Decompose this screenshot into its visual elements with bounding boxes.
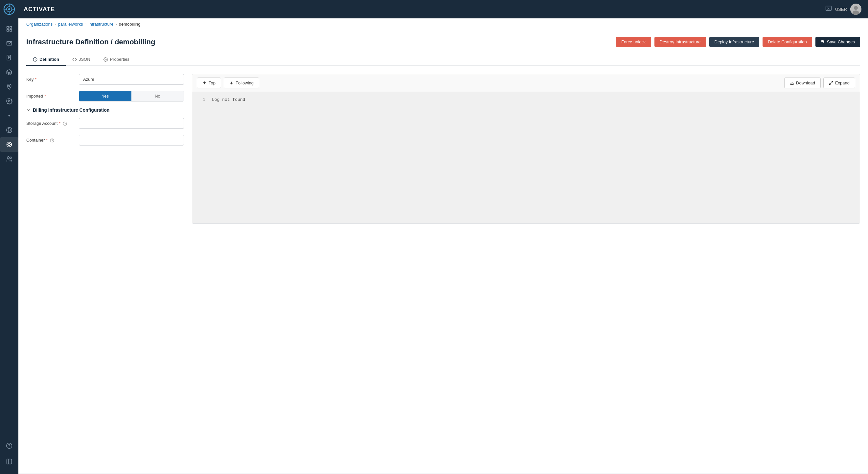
svg-rect-34 [826,6,832,10]
expand-icon [829,81,833,85]
svg-point-2 [8,8,10,10]
tab-json[interactable]: JSON [66,54,97,66]
page-content: Infrastructure Definition / demobilling … [19,30,868,473]
save-changes-button[interactable]: Save Changes [815,37,860,47]
imported-toggle: Yes No [79,91,184,101]
logo[interactable] [0,0,19,19]
container-required-indicator: * [46,138,48,143]
breadcrumb-sep-2: › [85,22,86,27]
key-label: Key * [26,77,79,82]
svg-rect-8 [10,27,12,29]
imported-label: Imported * [26,94,79,99]
app-brand: ACTIVATE [24,6,55,13]
breadcrumb-parallelworks[interactable]: parallelworks [58,22,83,27]
storage-required-indicator: * [59,121,60,126]
svg-rect-10 [10,30,12,32]
code-icon [72,57,77,62]
imported-required-indicator: * [44,94,46,99]
container-help-icon [50,138,54,143]
tab-definition[interactable]: Definition [26,54,66,66]
container-label: Container * [26,138,79,143]
download-button[interactable]: Download [784,77,821,88]
toggle-yes-button[interactable]: Yes [79,91,131,101]
tabs: Definition JSON Properties [26,54,860,66]
svg-point-37 [854,6,858,10]
breadcrumb: Organizations › parallelworks › Infrastr… [19,19,868,30]
storage-account-form-group: Storage Account * [26,118,184,129]
svg-line-50 [831,82,833,83]
sidebar-item-infrastructure[interactable] [0,137,19,152]
sidebar-item-inbox[interactable] [0,36,19,51]
log-line: 1 Log not found [195,97,857,103]
delete-configuration-button[interactable]: Delete Configuration [763,37,812,47]
key-form-group: Key * [26,74,184,85]
sidebar [0,0,19,474]
key-input[interactable] [79,74,184,85]
svg-point-19 [8,115,10,117]
sidebar-item-help[interactable] [6,439,12,453]
container-form-group: Container * [26,135,184,146]
breadcrumb-sep-3: › [115,22,117,27]
topbar: ACTIVATE USER [19,0,868,19]
flag-icon [821,40,825,44]
breadcrumb-sep-1: › [55,22,56,27]
sidebar-nav [0,19,19,439]
arrow-up-icon [203,81,207,85]
billing-section-header[interactable]: Billing Infrastructure Configuration [26,107,184,113]
top-button[interactable]: Top [197,77,221,88]
log-line-number: 1 [195,97,205,103]
page-title: Infrastructure Definition / demobilling [26,38,155,46]
expand-button[interactable]: Expand [823,77,855,88]
breadcrumb-infrastructure[interactable]: Infrastructure [88,22,114,27]
storage-account-input[interactable] [79,118,184,129]
log-line-text: Log not found [212,97,245,103]
sidebar-item-dot1[interactable] [0,108,19,123]
avatar[interactable] [850,4,861,15]
svg-marker-16 [7,70,12,73]
destroy-infrastructure-button[interactable]: Destroy Infrastructure [654,37,706,47]
key-required-indicator: * [35,77,36,82]
svg-line-51 [830,84,831,85]
svg-point-29 [10,157,12,158]
svg-rect-9 [7,30,9,32]
sidebar-item-settings[interactable] [0,94,19,108]
log-toolbar: Top Following Download [192,74,860,92]
sidebar-item-team[interactable] [0,152,19,166]
deploy-infrastructure-button[interactable]: Deploy Infrastructure [709,37,760,47]
following-button[interactable]: Following [224,77,259,88]
svg-point-30 [7,443,12,449]
sidebar-item-docs[interactable] [0,51,19,65]
imported-form-group: Imported * Yes No [26,91,184,101]
chevron-down-icon [26,108,31,112]
main-area: ACTIVATE USER Organizations › parallelwo… [19,0,868,474]
container-input[interactable] [79,135,184,146]
tab-properties[interactable]: Properties [97,54,136,66]
info-icon [33,57,37,62]
sidebar-item-layers[interactable] [0,65,19,80]
svg-rect-7 [7,27,9,29]
svg-rect-32 [7,459,12,464]
sidebar-bottom [6,439,12,474]
breadcrumb-demobilling: demobilling [119,22,141,27]
form-panel: Key * Imported * Yes No [26,74,184,224]
content-wrapper: Organizations › parallelworks › Infrastr… [19,19,868,474]
svg-point-28 [7,157,9,159]
log-panel: Top Following Download [192,74,860,224]
breadcrumb-organizations[interactable]: Organizations [26,22,53,27]
svg-point-17 [8,85,10,86]
form-log-layout: Key * Imported * Yes No [26,74,860,224]
topbar-user: USER [825,4,861,15]
gear-small-icon [103,57,108,62]
sidebar-item-collapse[interactable] [6,454,12,469]
sidebar-item-globe[interactable] [0,123,19,137]
app-name: ACTIVATE [24,6,55,13]
sidebar-item-map[interactable] [0,80,19,94]
log-toolbar-left: Top Following [197,77,259,88]
toggle-no-button[interactable]: No [131,91,184,101]
force-unlock-button[interactable]: Force unlock [616,37,651,47]
log-content: 1 Log not found [192,92,860,223]
terminal-icon[interactable] [825,5,832,13]
sidebar-item-dashboard[interactable] [0,22,19,36]
svg-point-22 [8,144,10,146]
download-icon [790,81,794,85]
